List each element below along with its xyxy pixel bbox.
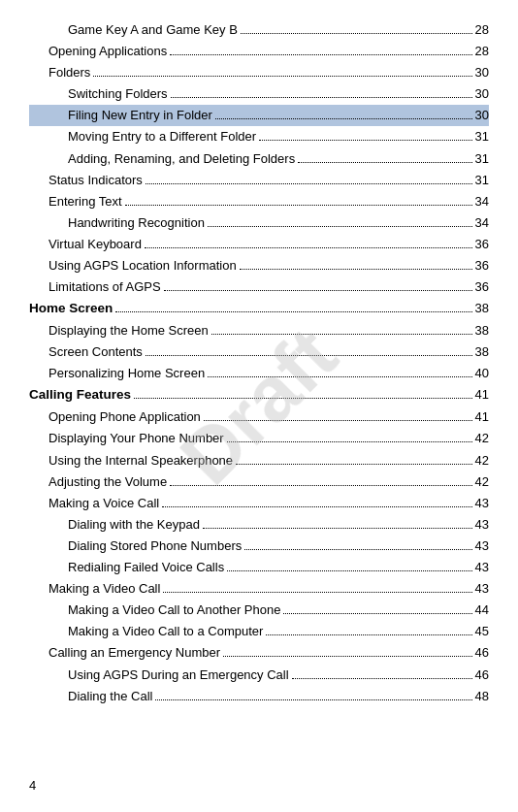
toc-dots xyxy=(240,269,472,270)
toc-dots xyxy=(266,634,471,635)
toc-page-number: 45 xyxy=(475,621,489,642)
toc-entry-text: Calling an Emergency Number xyxy=(49,642,220,664)
toc-entry-text: Moving Entry to a Different Folder xyxy=(68,126,256,147)
toc-entry-text: Making a Video Call xyxy=(49,578,160,600)
toc-page-number: 43 xyxy=(475,557,489,578)
toc-entry-text: Switching Folders xyxy=(68,83,168,105)
toc-page-number: 42 xyxy=(475,428,489,449)
toc-entry-text: Limitations of AGPS xyxy=(49,276,161,298)
toc-entry-text: Folders xyxy=(49,62,90,83)
toc-page-number: 31 xyxy=(475,170,489,191)
toc-entry-text: Game Key A and Game Key B xyxy=(68,19,238,41)
toc-dots xyxy=(171,97,472,98)
toc-dots xyxy=(134,398,472,399)
toc-entry-text: Calling Features xyxy=(29,384,131,406)
toc-entry-text: Making a Video Call to a Computer xyxy=(68,621,263,642)
toc-entry-text: Dialing with the Keypad xyxy=(68,514,200,536)
toc-page-number: 43 xyxy=(475,536,489,557)
toc-dots xyxy=(125,205,472,206)
toc-entry-text: Filing New Entry in Folder xyxy=(68,105,212,126)
toc-dots xyxy=(155,699,471,700)
toc-entry-text: Dialing Stored Phone Numbers xyxy=(68,536,242,557)
toc-page-number: 30 xyxy=(475,62,489,83)
toc-container: Game Key A and Game Key B28Opening Appli… xyxy=(29,19,489,707)
toc-entry-text: Entering Text xyxy=(49,191,122,212)
toc-entry-text: Status Indicators xyxy=(49,170,143,191)
toc-entry-text: Handwriting Recognition xyxy=(68,212,205,234)
toc-page-number: 28 xyxy=(475,41,489,62)
toc-entry-text: Dialing the Call xyxy=(68,686,152,707)
toc-page-number: 46 xyxy=(475,665,489,686)
toc-dots xyxy=(298,162,471,163)
toc-page-number: 41 xyxy=(475,384,489,406)
toc-page-number: 38 xyxy=(475,298,489,319)
toc-dots xyxy=(93,76,471,77)
toc-dots xyxy=(164,290,472,291)
toc-page-number: 30 xyxy=(475,105,489,126)
toc-dots xyxy=(283,613,471,614)
toc-page-number: 36 xyxy=(475,276,489,298)
toc-page-number: 48 xyxy=(475,686,489,707)
toc-page-number: 38 xyxy=(475,341,489,363)
toc-entry-text: Virtual Keyboard xyxy=(49,234,142,255)
toc-dots xyxy=(211,334,472,335)
toc-dots xyxy=(203,528,472,529)
toc-dots xyxy=(215,118,472,119)
toc-dots xyxy=(170,54,471,55)
toc-dots xyxy=(146,355,472,356)
toc-entry-text: Opening Applications xyxy=(49,41,167,62)
toc-entry-text: Redialing Failed Voice Calls xyxy=(68,557,224,578)
toc-entry-text: Screen Contents xyxy=(49,341,143,363)
toc-entry-text: Using AGPS Location Information xyxy=(49,255,237,276)
toc-page-number: 46 xyxy=(475,642,489,664)
toc-page-number: 31 xyxy=(475,148,489,170)
toc-page-number: 43 xyxy=(475,514,489,536)
toc-dots xyxy=(145,247,472,248)
toc-page-number: 36 xyxy=(475,234,489,255)
toc-dots xyxy=(244,549,471,550)
toc-dots xyxy=(236,464,471,465)
toc-entry-text: Displaying the Home Screen xyxy=(49,320,209,341)
toc-page-number: 36 xyxy=(475,255,489,276)
toc-page-number: 42 xyxy=(475,471,489,493)
toc-page-number: 38 xyxy=(475,320,489,341)
toc-dots xyxy=(227,570,471,571)
toc-entry-text: Adjusting the Volume xyxy=(49,471,167,493)
toc-entry-text: Home Screen xyxy=(29,298,113,320)
toc-page-number: 31 xyxy=(475,126,489,147)
toc-entry-text: Making a Video Call to Another Phone xyxy=(68,600,280,621)
toc-page-number: 44 xyxy=(475,600,489,621)
toc-dots xyxy=(163,592,471,593)
toc-dots xyxy=(115,311,471,312)
toc-entry-text: Using the Internal Speakerphone xyxy=(49,450,233,471)
toc-entry-text: Opening Phone Application xyxy=(49,406,201,428)
toc-entry-text: Using AGPS During an Emergency Call xyxy=(68,665,289,686)
toc-page-number: 34 xyxy=(475,191,489,212)
toc-dots xyxy=(208,376,471,377)
toc-dots xyxy=(204,420,472,421)
toc-entry-text: Adding, Renaming, and Deleting Folders xyxy=(68,148,295,170)
toc-entry-text: Displaying Your Phone Number xyxy=(49,428,224,449)
toc-dots xyxy=(162,506,471,507)
toc-dots xyxy=(223,656,472,657)
toc-page-number: 41 xyxy=(475,406,489,428)
toc-dots xyxy=(241,33,472,34)
toc-dots xyxy=(170,485,471,486)
toc-entry-text: Personalizing Home Screen xyxy=(49,363,205,384)
toc-page-number: 28 xyxy=(475,19,489,41)
page-footer: 4 xyxy=(29,778,36,793)
toc-page-number: 43 xyxy=(475,578,489,600)
toc-page-number: 30 xyxy=(475,83,489,105)
toc-page-number: 43 xyxy=(475,493,489,514)
toc-dots xyxy=(146,183,472,184)
toc-entry-text: Making a Voice Call xyxy=(49,493,159,514)
toc-dots xyxy=(292,678,472,679)
toc-page-number: 40 xyxy=(475,363,489,384)
toc-page-number: 42 xyxy=(475,450,489,471)
toc-dots xyxy=(259,140,471,141)
toc-dots xyxy=(208,226,472,227)
toc-page-number: 34 xyxy=(475,212,489,234)
toc-dots xyxy=(227,441,472,442)
